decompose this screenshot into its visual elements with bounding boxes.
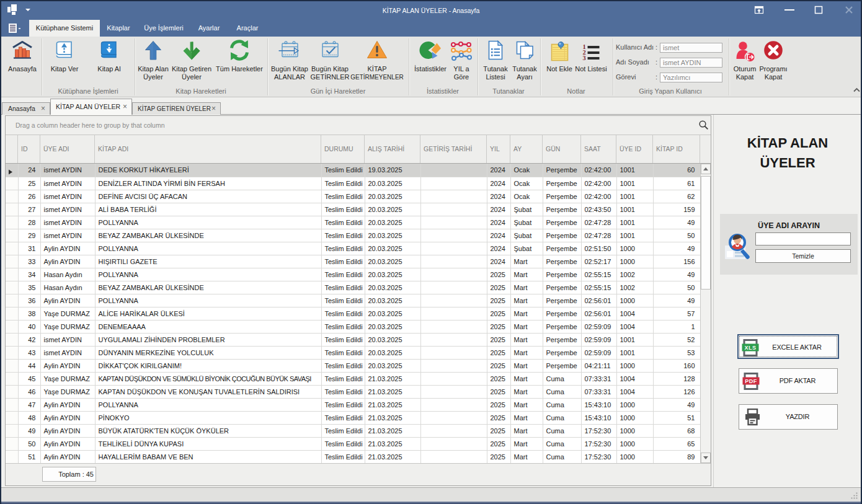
svg-text:XLS: XLS [744,345,756,351]
svg-text:PDF: PDF [745,378,757,384]
svg-text:3: 3 [582,55,585,61]
